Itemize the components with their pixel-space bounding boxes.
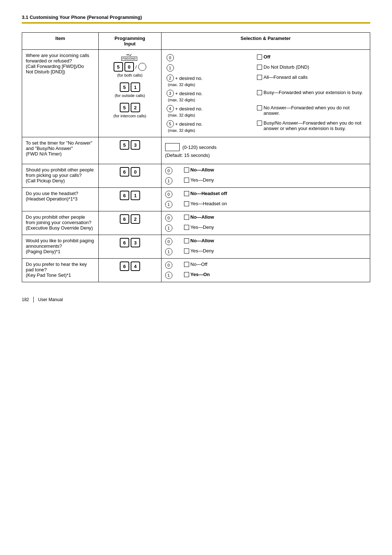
sel-key-1-headset: 1 (165, 201, 172, 208)
sel-key-0-ebo: 0 (165, 214, 172, 222)
sel-cell-paging: 0 No—Allow 1 Yes—Deny (161, 235, 370, 259)
fwd-dnd-label: FWD/DND (121, 57, 137, 61)
key-1-headset: 1 (131, 191, 140, 200)
sel-yes-deny-paging: Yes—Deny (191, 248, 214, 254)
item-text-timer: To set the timer for "No Answer" and "Bu… (26, 140, 92, 157)
sel-key-1-ebo: 1 (165, 224, 172, 232)
sel-2-plus: + desired no. (175, 76, 203, 81)
table-row: Do you prohibit other people from joinin… (22, 211, 370, 235)
sel-3-plus: + desired no. (175, 91, 203, 96)
sel-key-0-paging: 0 (165, 238, 172, 245)
sel-key-2: 2 (167, 74, 174, 82)
prog-cell-timer: 5 3 (98, 137, 161, 164)
checkbox-no-allow-pickup (184, 167, 189, 173)
label-both-calls: (for both calls) (117, 73, 143, 77)
checkbox-off (257, 54, 262, 60)
item-text-paging: Would you like to prohibit paging announ… (26, 238, 94, 254)
col-header-item: Item (22, 33, 99, 50)
checkbox-yes-deny-ebo (184, 225, 189, 230)
key-4-keypad: 4 (131, 262, 140, 271)
checkbox-yes-deny-paging (184, 248, 189, 254)
sel-cell-headset: 0 No—Headset off 1 Yes—Heads (161, 188, 370, 211)
checkbox-yes-headset (184, 201, 189, 206)
item-cell-keypad: Do you prefer to hear the key pad tone?(… (22, 259, 99, 282)
sel-5-maxdigits: (max. 32 digits) (167, 128, 254, 133)
item-text-pickup: Should you prohibit other people from pi… (26, 167, 94, 183)
timer-range-label: (0-120) seconds (183, 145, 217, 150)
item-cell: Where are your incoming calls forwarded … (22, 50, 99, 137)
sel-key-5: 5 (167, 120, 174, 127)
key-5c: 5 (120, 103, 129, 112)
item-text-headset: Do you use the headset?(Headset Operatio… (26, 191, 78, 202)
sel-no-allow-paging: No—Allow (191, 238, 214, 243)
sel-cell-fwd: 0 Off 1 (161, 50, 370, 137)
sel-no-off-keypad: No—Off (191, 262, 208, 267)
checkbox-yes-deny-pickup (184, 178, 189, 183)
key-6-paging: 6 (120, 238, 129, 247)
timer-input-box (165, 143, 180, 151)
sel-cell-pickup: 0 No—Allow 1 Yes—Deny (161, 164, 370, 188)
key-circle (138, 63, 146, 71)
sel-cell-keypad: 0 No—Off 1 Yes—On (161, 259, 370, 282)
table-row: Where are your incoming calls forwarded … (22, 50, 370, 137)
checkbox-no-allow-ebo (184, 215, 189, 220)
sel-cell-ebo: 0 No—Allow 1 Yes—Deny (161, 211, 370, 235)
sel-yes-on-keypad: Yes—On (191, 272, 210, 277)
sel-key-1-pickup: 1 (165, 177, 172, 185)
item-cell-ebo: Do you prohibit other people from joinin… (22, 211, 99, 235)
sel-key-1-paging: 1 (165, 248, 172, 255)
prog-cell-paging: 6 3 (98, 235, 161, 259)
main-table: Item ProgrammingInput Selection & Parame… (22, 32, 370, 282)
checkbox-all-fwd (257, 75, 262, 80)
sel-all-fwd-label: All—Forward all calls (264, 74, 307, 80)
col-header-prog: ProgrammingInput (98, 33, 161, 50)
fwd-arrows-icon: ⇔↙ (126, 53, 132, 57)
key-6-pickup: 6 (120, 167, 129, 177)
sel-4-maxdigits: (max. 32 digits) (167, 113, 254, 117)
label-intercom-calls: (for intercom calls) (114, 114, 146, 118)
sel-key-0-headset: 0 (165, 191, 172, 198)
checkbox-no-allow-paging (184, 238, 189, 243)
checkbox-no-headset (184, 191, 189, 196)
key-6-headset: 6 (120, 191, 129, 200)
sel-5-plus: + desired no. (175, 121, 203, 127)
checkbox-busyna-fwd (257, 121, 262, 126)
item-cell-timer: To set the timer for "No Answer" and "Bu… (22, 137, 99, 164)
sel-no-allow-ebo: No—Allow (191, 214, 214, 220)
table-row: To set the timer for "No Answer" and "Bu… (22, 137, 370, 164)
prog-cell: ⇔↙ FWD/DND 5 0 / (for both calls) (98, 50, 161, 137)
sel-off-label: Off (264, 54, 270, 60)
prog-cell-headset: 6 1 (98, 188, 161, 211)
section-header: 3.1 Customising Your Phone (Personal Pro… (22, 15, 370, 24)
item-cell-pickup: Should you prohibit other people from pi… (22, 164, 99, 188)
sel-key-4: 4 (167, 105, 174, 112)
checkbox-noanswer-fwd (257, 105, 262, 110)
checkbox-dnd (257, 65, 262, 70)
sel-yes-headset: Yes—Headset on (191, 201, 227, 206)
sel-3-maxdigits: (max. 32 digits) (167, 98, 254, 102)
sel-yes-deny-ebo: Yes—Deny (191, 224, 214, 230)
item-text-ebo: Do you prohibit other people from joinin… (26, 214, 93, 231)
key-2a: 2 (131, 103, 140, 112)
sel-key-0-pickup: 0 (165, 167, 172, 174)
key-6-ebo: 6 (120, 214, 129, 224)
item-text-keypad: Do you prefer to hear the key pad tone?(… (26, 262, 87, 278)
item-text: Where are your incoming calls forwarded … (26, 53, 89, 74)
sel-cell-timer: (0-120) seconds (Default: 15 seconds) (161, 137, 370, 164)
footer-divider (33, 297, 34, 303)
sel-4-plus: + desired no. (175, 106, 203, 112)
table-row: Do you prefer to hear the key pad tone?(… (22, 259, 370, 282)
key-3-paging: 3 (131, 238, 140, 247)
sel-dnd-label: Do Not Disturb (DND) (264, 64, 309, 70)
table-row: Do you use the headset?(Headset Operatio… (22, 188, 370, 211)
prog-cell-keypad: 6 4 (98, 259, 161, 282)
checkbox-no-off-keypad (184, 262, 189, 267)
sel-2-maxdigits: (max. 32 digits) (167, 82, 254, 87)
sel-noanswer-fwd-label: No Answer—Forwarded when you do not answ… (264, 105, 365, 116)
slash-sep: / (135, 64, 137, 70)
sel-key-0-keypad: 0 (165, 262, 172, 269)
sel-key-1-keypad: 1 (165, 272, 172, 279)
page-footer: 182 User Manual (22, 297, 370, 303)
sel-key-0: 0 (167, 54, 174, 61)
key-5: 5 (114, 62, 123, 72)
